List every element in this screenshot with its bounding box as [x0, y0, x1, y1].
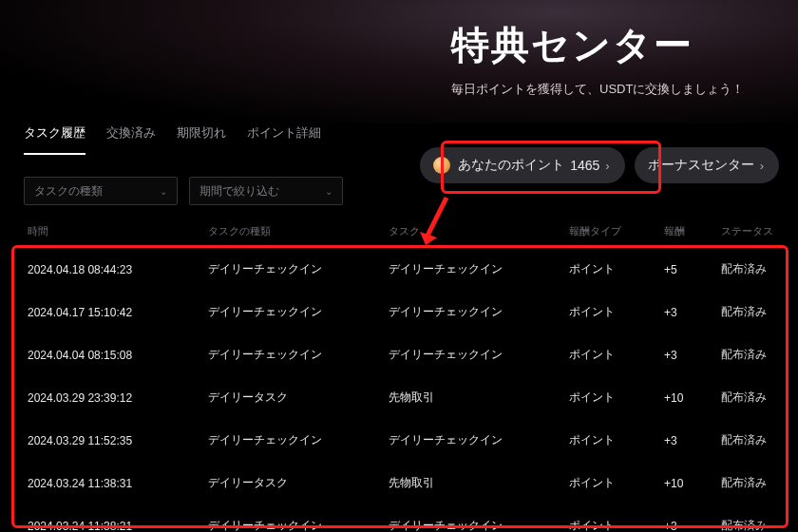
- col-reward: 報酬: [664, 224, 721, 238]
- page-title: 特典センター: [451, 19, 779, 71]
- filter-bar: タスクの種類 ⌄ 期間で絞り込む ⌄: [24, 177, 343, 205]
- cell-time: 2024.04.17 15:10:42: [28, 306, 208, 319]
- cell-reward: +10: [664, 477, 721, 490]
- table-row: 2024.04.18 08:44:23デイリーチェックインデイリーチェックインポ…: [24, 248, 779, 291]
- cell-time: 2024.03.24 11:38:31: [28, 477, 208, 490]
- cell-reward: +10: [664, 391, 721, 405]
- cell-time: 2024.04.18 08:44:23: [28, 263, 208, 276]
- cell-status: 配布済み: [721, 518, 788, 532]
- cell-task: デイリーチェックイン: [389, 304, 569, 320]
- cell-task: デイリーチェックイン: [389, 261, 569, 277]
- hero-banner: 特典センター 毎日ポイントを獲得して、USDTに交換しましょう！: [0, 0, 798, 124]
- col-task: タスク: [389, 224, 569, 238]
- chevron-right-icon: ›: [605, 159, 609, 173]
- cell-status: 配布済み: [721, 475, 788, 491]
- col-time: 時間: [28, 224, 208, 238]
- tab-1[interactable]: 交換済み: [106, 119, 156, 155]
- coin-icon: [433, 157, 450, 174]
- cell-task: 先物取引: [389, 390, 569, 406]
- period-select[interactable]: 期間で絞り込む ⌄: [189, 177, 343, 205]
- tab-0[interactable]: タスク履歴: [24, 119, 86, 155]
- cell-status: 配布済み: [721, 304, 788, 320]
- cell-status: 配布済み: [721, 261, 788, 277]
- cell-time: 2024.03.24 11:38:21: [28, 520, 208, 533]
- cell-task-type: デイリーチェックイン: [208, 347, 389, 363]
- table-row: 2024.04.17 15:10:42デイリーチェックインデイリーチェックインポ…: [24, 291, 779, 333]
- cell-reward: +3: [664, 306, 721, 319]
- tab-3[interactable]: ポイント詳細: [247, 119, 321, 155]
- cell-reward-type: ポイント: [569, 432, 664, 448]
- cell-task-type: デイリータスク: [208, 390, 389, 406]
- bonus-center-pill[interactable]: ボーナスセンター ›: [635, 147, 779, 183]
- cell-status: 配布済み: [721, 347, 788, 363]
- cell-status: 配布済み: [721, 390, 788, 406]
- cell-task: デイリーチェックイン: [389, 518, 569, 532]
- cell-reward-type: ポイント: [569, 261, 664, 277]
- points-pill[interactable]: あなたのポイント 1465 ›: [420, 147, 625, 183]
- period-placeholder: 期間で絞り込む: [200, 183, 279, 200]
- col-reward-type: 報酬タイプ: [569, 224, 664, 238]
- tab-2[interactable]: 期限切れ: [177, 119, 226, 155]
- points-prefix: あなたのポイント: [458, 157, 564, 174]
- tab-bar: タスク履歴交換済み期限切れポイント詳細: [24, 119, 321, 155]
- cell-reward: +5: [664, 263, 721, 276]
- cell-task: デイリーチェックイン: [389, 347, 569, 363]
- cell-task-type: デイリーチェックイン: [208, 304, 389, 320]
- cell-task-type: デイリーチェックイン: [208, 518, 389, 532]
- cell-time: 2024.04.04 08:15:08: [28, 349, 208, 362]
- cell-reward-type: ポイント: [569, 304, 664, 320]
- cell-reward-type: ポイント: [569, 347, 664, 363]
- cell-task: デイリーチェックイン: [389, 432, 569, 448]
- chevron-right-icon: ›: [760, 159, 764, 173]
- chevron-down-icon: ⌄: [160, 186, 167, 197]
- table-row: 2024.03.24 11:38:31デイリータスク先物取引ポイント+10配布済…: [24, 462, 779, 504]
- cell-task-type: デイリータスク: [208, 475, 389, 491]
- cell-task-type: デイリーチェックイン: [208, 432, 389, 448]
- cell-reward: +3: [664, 349, 721, 362]
- cell-reward-type: ポイント: [569, 390, 664, 406]
- cell-reward: +3: [664, 434, 721, 447]
- chevron-down-icon: ⌄: [325, 186, 332, 197]
- cell-task: 先物取引: [389, 475, 569, 491]
- table-header: 時間 タスクの種類 タスク 報酬タイプ 報酬 ステータス: [24, 213, 779, 248]
- col-task-type: タスクの種類: [208, 224, 389, 238]
- cell-task-type: デイリーチェックイン: [208, 261, 389, 277]
- table-row: 2024.04.04 08:15:08デイリーチェックインデイリーチェックインポ…: [24, 333, 779, 376]
- cell-time: 2024.03.29 11:52:35: [28, 434, 208, 447]
- points-value: 1465: [570, 158, 599, 173]
- table-row: 2024.03.29 11:52:35デイリーチェックインデイリーチェックインポ…: [24, 419, 779, 462]
- cell-time: 2024.03.29 23:39:12: [28, 391, 208, 405]
- page-subtitle: 毎日ポイントを獲得して、USDTに交換しましょう！: [451, 81, 779, 98]
- col-status: ステータス: [721, 224, 788, 238]
- table-row: 2024.03.24 11:38:21デイリーチェックインデイリーチェックインポ…: [24, 504, 779, 532]
- task-type-placeholder: タスクの種類: [34, 183, 103, 200]
- table-row: 2024.03.29 23:39:12デイリータスク先物取引ポイント+10配布済…: [24, 376, 779, 419]
- cell-reward: +3: [664, 520, 721, 533]
- task-history-table: 時間 タスクの種類 タスク 報酬タイプ 報酬 ステータス 2024.04.18 …: [24, 213, 779, 521]
- task-type-select[interactable]: タスクの種類 ⌄: [24, 177, 178, 205]
- cell-reward-type: ポイント: [569, 475, 664, 491]
- cell-status: 配布済み: [721, 432, 788, 448]
- cell-reward-type: ポイント: [569, 518, 664, 532]
- bonus-center-label: ボーナスセンター: [648, 157, 754, 174]
- header-pills: あなたのポイント 1465 › ボーナスセンター ›: [420, 147, 779, 183]
